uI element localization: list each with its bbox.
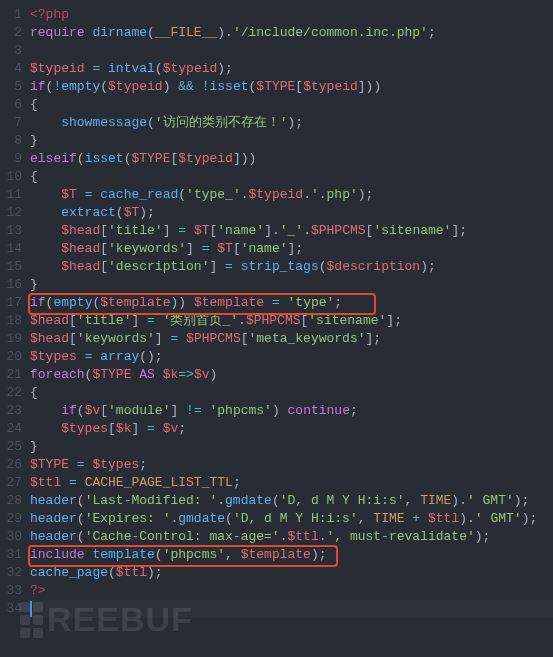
code-line[interactable]: }: [30, 276, 553, 294]
line-number: 20: [0, 348, 22, 366]
code-line[interactable]: [30, 42, 553, 60]
line-number: 26: [0, 456, 22, 474]
line-number: 31: [0, 546, 22, 564]
line-number: 9: [0, 150, 22, 168]
line-number: 3: [0, 42, 22, 60]
code-line[interactable]: $head['title'] = $T['name'].'_'.$PHPCMS[…: [30, 222, 553, 240]
code-line[interactable]: $types[$k] = $v;: [30, 420, 553, 438]
code-line[interactable]: ?>: [30, 582, 553, 600]
code-line[interactable]: <?php: [30, 6, 553, 24]
line-number: 12: [0, 204, 22, 222]
code-line[interactable]: [30, 600, 553, 618]
line-number: 28: [0, 492, 22, 510]
code-line[interactable]: showmessage('访问的类别不存在！');: [30, 114, 553, 132]
code-area[interactable]: <?phprequire dirname(__FILE__).'/include…: [30, 6, 553, 618]
code-line[interactable]: if($v['module'] != 'phpcms') continue;: [30, 402, 553, 420]
line-number: 8: [0, 132, 22, 150]
line-number: 22: [0, 384, 22, 402]
line-number: 11: [0, 186, 22, 204]
code-line[interactable]: $head['description'] = strip_tags($descr…: [30, 258, 553, 276]
code-line[interactable]: $head['keywords'] = $T['name'];: [30, 240, 553, 258]
code-line[interactable]: $T = cache_read('type_'.$typeid.'.php');: [30, 186, 553, 204]
line-number: 34: [0, 600, 22, 618]
code-editor: 1234567891011121314151617181920212223242…: [0, 0, 553, 624]
code-line[interactable]: $ttl = CACHE_PAGE_LIST_TTL;: [30, 474, 553, 492]
line-number: 23: [0, 402, 22, 420]
line-number: 2: [0, 24, 22, 42]
line-number: 19: [0, 330, 22, 348]
code-line[interactable]: $head['title'] = '类别首页_'.$PHPCMS['sitena…: [30, 312, 553, 330]
code-line[interactable]: $TYPE = $types;: [30, 456, 553, 474]
line-number: 21: [0, 366, 22, 384]
line-number: 25: [0, 438, 22, 456]
line-number: 24: [0, 420, 22, 438]
code-line[interactable]: $types = array();: [30, 348, 553, 366]
code-line[interactable]: elseif(isset($TYPE[$typeid])): [30, 150, 553, 168]
line-number: 32: [0, 564, 22, 582]
line-number: 30: [0, 528, 22, 546]
line-number: 29: [0, 510, 22, 528]
line-number: 1: [0, 6, 22, 24]
code-line[interactable]: $typeid = intval($typeid);: [30, 60, 553, 78]
line-number: 17: [0, 294, 22, 312]
code-line[interactable]: {: [30, 96, 553, 114]
line-number: 16: [0, 276, 22, 294]
code-line[interactable]: {: [30, 168, 553, 186]
line-number: 7: [0, 114, 22, 132]
code-line[interactable]: cache_page($ttl);: [30, 564, 553, 582]
code-line[interactable]: foreach($TYPE AS $k=>$v): [30, 366, 553, 384]
line-number-gutter: 1234567891011121314151617181920212223242…: [0, 6, 30, 618]
code-line[interactable]: if(empty($template)) $template = 'type';: [30, 294, 553, 312]
code-line[interactable]: }: [30, 438, 553, 456]
line-number: 5: [0, 78, 22, 96]
line-number: 15: [0, 258, 22, 276]
line-number: 14: [0, 240, 22, 258]
code-line[interactable]: extract($T);: [30, 204, 553, 222]
line-number: 4: [0, 60, 22, 78]
code-line[interactable]: header('Last-Modified: '.gmdate('D, d M …: [30, 492, 553, 510]
line-number: 13: [0, 222, 22, 240]
line-number: 18: [0, 312, 22, 330]
code-line[interactable]: include template('phpcms', $template);: [30, 546, 553, 564]
code-line[interactable]: {: [30, 384, 553, 402]
line-number: 27: [0, 474, 22, 492]
line-number: 10: [0, 168, 22, 186]
line-number: 6: [0, 96, 22, 114]
code-line[interactable]: require dirname(__FILE__).'/include/comm…: [30, 24, 553, 42]
code-line[interactable]: header('Cache-Control: max-age='.$ttl.',…: [30, 528, 553, 546]
code-line[interactable]: }: [30, 132, 553, 150]
code-line[interactable]: header('Expires: '.gmdate('D, d M Y H:i:…: [30, 510, 553, 528]
code-line[interactable]: if(!empty($typeid) && !isset($TYPE[$type…: [30, 78, 553, 96]
line-number: 33: [0, 582, 22, 600]
code-line[interactable]: $head['keywords'] = $PHPCMS['meta_keywor…: [30, 330, 553, 348]
